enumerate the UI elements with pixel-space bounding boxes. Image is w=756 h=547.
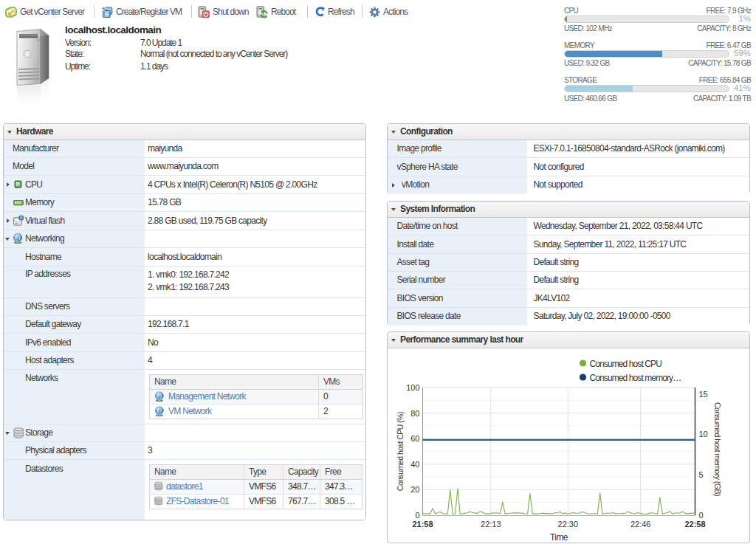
svg-text:Time: Time	[550, 532, 568, 543]
svg-text:40: 40	[410, 460, 419, 469]
svg-text:10: 10	[699, 430, 708, 438]
svg-text:22:13: 22:13	[481, 520, 501, 529]
svg-text:100: 100	[406, 383, 419, 392]
svg-text:Consumed host CPU: Consumed host CPU	[590, 359, 662, 369]
svg-text:22:58: 22:58	[684, 520, 705, 529]
svg-text:20: 20	[410, 485, 419, 494]
svg-text:60: 60	[410, 434, 419, 443]
svg-text:Consumed host memory (GB): Consumed host memory (GB)	[713, 402, 722, 496]
svg-text:0: 0	[415, 511, 419, 520]
svg-text:Consumed host memory…: Consumed host memory…	[590, 373, 681, 383]
svg-text:Consumed host CPU (%): Consumed host CPU (%)	[396, 412, 405, 491]
svg-text:22:30: 22:30	[558, 520, 579, 529]
svg-text:0: 0	[699, 511, 704, 520]
svg-text:21:58: 21:58	[412, 520, 433, 529]
svg-text:22:46: 22:46	[630, 520, 651, 529]
svg-text:5: 5	[699, 470, 704, 479]
svg-text:80: 80	[410, 409, 419, 418]
svg-text:15: 15	[699, 390, 708, 399]
